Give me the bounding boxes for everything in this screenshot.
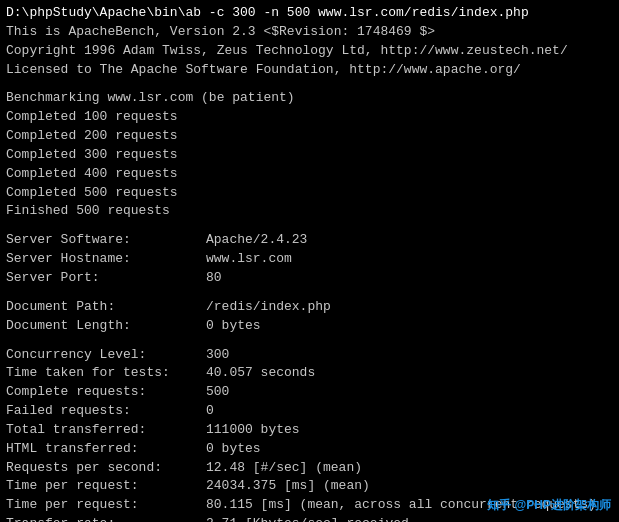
failed-requests-row: Failed requests: 0 [6, 402, 613, 421]
apachebench-version-line: This is ApacheBench, Version 2.3 <$Revis… [6, 23, 613, 42]
complete-requests-label: Complete requests: [6, 383, 206, 402]
terminal-window: D:\phpStudy\Apache\bin\ab -c 300 -n 500 … [0, 0, 619, 522]
server-software-value: Apache/2.4.23 [206, 231, 307, 250]
watermark: 知乎 @PHP进阶架构师 [487, 497, 611, 514]
document-length-label: Document Length: [6, 317, 206, 336]
requests-per-second-label: Requests per second: [6, 459, 206, 478]
licensed-line: Licensed to The Apache Software Foundati… [6, 61, 613, 80]
finished-line: Finished 500 requests [6, 202, 613, 221]
server-port-value: 80 [206, 269, 222, 288]
transfer-rate-row: Transfer rate: 2.71 [Kbytes/sec] receive… [6, 515, 613, 522]
server-port-label: Server Port: [6, 269, 206, 288]
failed-requests-value: 0 [206, 402, 214, 421]
transfer-rate-value: 2.71 [Kbytes/sec] received [206, 515, 409, 522]
server-hostname-label: Server Hostname: [6, 250, 206, 269]
document-path-label: Document Path: [6, 298, 206, 317]
document-path-row: Document Path: /redis/index.php [6, 298, 613, 317]
watermark-text: 知乎 @PHP进阶架构师 [487, 498, 611, 512]
completed200-line: Completed 200 requests [6, 127, 613, 146]
server-port-row: Server Port: 80 [6, 269, 613, 288]
complete-requests-value: 500 [206, 383, 229, 402]
time-per-request1-row: Time per request: 24034.375 [ms] (mean) [6, 477, 613, 496]
benchmarking-line: Benchmarking www.lsr.com (be patient) [6, 89, 613, 108]
concurrency-level-label: Concurrency Level: [6, 346, 206, 365]
html-transferred-row: HTML transferred: 0 bytes [6, 440, 613, 459]
time-taken-row: Time taken for tests: 40.057 seconds [6, 364, 613, 383]
html-transferred-label: HTML transferred: [6, 440, 206, 459]
document-length-value: 0 bytes [206, 317, 261, 336]
requests-per-second-row: Requests per second: 12.48 [#/sec] (mean… [6, 459, 613, 478]
concurrency-level-row: Concurrency Level: 300 [6, 346, 613, 365]
time-taken-label: Time taken for tests: [6, 364, 206, 383]
server-software-label: Server Software: [6, 231, 206, 250]
total-transferred-value: 111000 bytes [206, 421, 300, 440]
total-transferred-row: Total transferred: 111000 bytes [6, 421, 613, 440]
concurrency-level-value: 300 [206, 346, 229, 365]
failed-requests-label: Failed requests: [6, 402, 206, 421]
completed300-line: Completed 300 requests [6, 146, 613, 165]
document-path-value: /redis/index.php [206, 298, 331, 317]
transfer-rate-label: Transfer rate: [6, 515, 206, 522]
time-per-request2-label: Time per request: [6, 496, 206, 515]
server-software-row: Server Software: Apache/2.4.23 [6, 231, 613, 250]
server-hostname-value: www.lsr.com [206, 250, 292, 269]
cmd-line: D:\phpStudy\Apache\bin\ab -c 300 -n 500 … [6, 4, 613, 23]
completed400-line: Completed 400 requests [6, 165, 613, 184]
time-per-request1-label: Time per request: [6, 477, 206, 496]
time-taken-value: 40.057 seconds [206, 364, 315, 383]
total-transferred-label: Total transferred: [6, 421, 206, 440]
requests-per-second-value: 12.48 [#/sec] (mean) [206, 459, 362, 478]
document-length-row: Document Length: 0 bytes [6, 317, 613, 336]
time-per-request1-value: 24034.375 [ms] (mean) [206, 477, 370, 496]
html-transferred-value: 0 bytes [206, 440, 261, 459]
completed100-line: Completed 100 requests [6, 108, 613, 127]
complete-requests-row: Complete requests: 500 [6, 383, 613, 402]
copyright-line: Copyright 1996 Adam Twiss, Zeus Technolo… [6, 42, 613, 61]
server-hostname-row: Server Hostname: www.lsr.com [6, 250, 613, 269]
completed500-line: Completed 500 requests [6, 184, 613, 203]
